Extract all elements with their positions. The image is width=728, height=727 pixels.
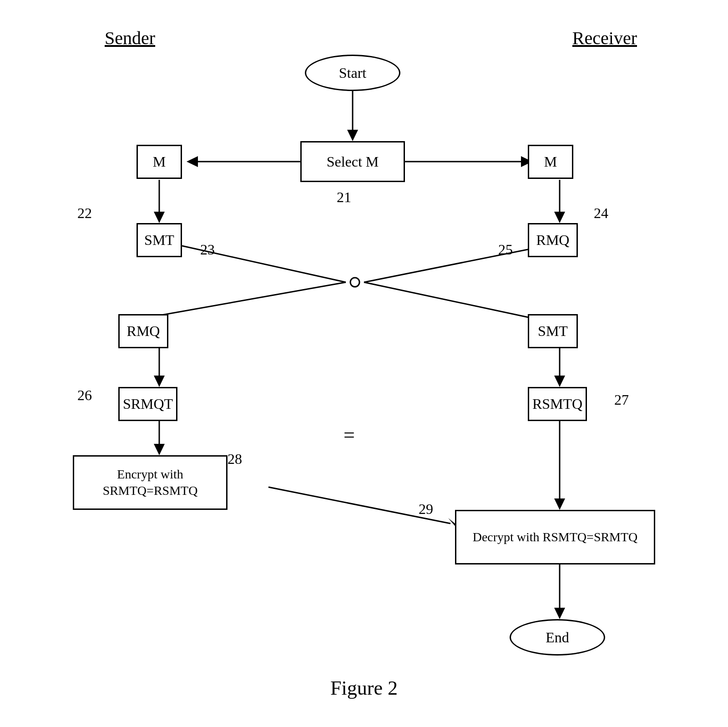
label-28: 28: [228, 451, 242, 468]
flow-arrows: [0, 0, 728, 727]
rmq-left-node: RMQ: [118, 314, 168, 348]
select-m-node: Select M: [300, 141, 405, 182]
svg-marker-3: [187, 156, 198, 167]
svg-marker-24: [554, 498, 565, 510]
svg-marker-28: [554, 608, 565, 619]
svg-line-13: [364, 246, 546, 282]
label-21: 21: [337, 189, 351, 206]
figure-label: Figure 2: [330, 676, 398, 700]
svg-point-16: [350, 278, 359, 287]
svg-marker-20: [554, 376, 565, 387]
receiver-label: Receiver: [572, 27, 637, 49]
label-26: 26: [77, 387, 92, 404]
svg-marker-18: [154, 376, 165, 387]
end-node: End: [510, 619, 605, 656]
rmq-right-node: RMQ: [528, 223, 578, 257]
svg-marker-22: [154, 444, 165, 455]
smt-left-node: SMT: [136, 223, 182, 257]
svg-marker-9: [554, 212, 565, 223]
svg-marker-7: [154, 212, 165, 223]
sender-label: Sender: [105, 27, 155, 49]
m-right-node: M: [528, 145, 573, 179]
label-22: 22: [77, 205, 92, 222]
svg-line-14: [364, 282, 535, 319]
label-27: 27: [614, 391, 629, 408]
svg-marker-1: [347, 130, 358, 141]
label-25: 25: [498, 241, 513, 258]
label-24: 24: [594, 205, 608, 222]
decrypt-node: Decrypt with RSMTQ=SRMTQ: [455, 510, 655, 564]
start-node: Start: [305, 55, 400, 91]
diagram: Sender Receiver: [0, 0, 728, 727]
svg-line-11: [141, 282, 346, 319]
encrypt-node: Encrypt with SRMTQ=RSMTQ: [73, 455, 228, 510]
label-29: 29: [419, 501, 433, 518]
rsmtq-node: RSMTQ: [528, 387, 587, 421]
smt-right-node: SMT: [528, 314, 578, 348]
m-left-node: M: [136, 145, 182, 179]
label-23: 23: [200, 241, 215, 258]
equals-sign: =: [344, 423, 355, 447]
srmqt-node: SRMQT: [118, 387, 177, 421]
